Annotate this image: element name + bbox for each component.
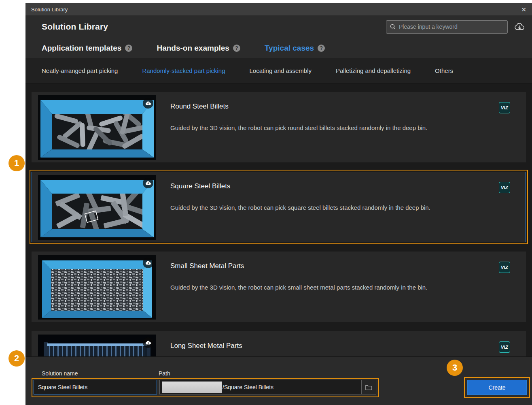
subtab-palletizing-and-depalletizing[interactable]: Palletizing and depalletizing (336, 67, 411, 74)
thumbnail-square-steel-billets (38, 175, 156, 240)
viz-badge: VIZ (499, 102, 510, 113)
path-redacted-segment (162, 382, 222, 393)
solution-name-input[interactable] (34, 380, 157, 394)
card-title: Square Steel Billets (170, 182, 519, 190)
browse-folder-icon[interactable] (361, 380, 376, 394)
search-box[interactable] (386, 20, 508, 34)
card-body: Square Steel Billets Guided by the 3D vi… (170, 175, 519, 239)
viz-badge: VIZ (499, 341, 510, 353)
cloud-download-icon[interactable] (514, 22, 525, 32)
download-cloud-icon (143, 178, 153, 188)
solution-name-label: Solution name (42, 370, 78, 377)
card-body: Small Sheet Metal Parts Guided by the 3D… (170, 255, 519, 319)
solution-library-dialog: Solution Library ✕ Solution Library (25, 3, 532, 405)
annotation-step-2: 2 (8, 350, 25, 367)
path-label: Path (159, 370, 170, 377)
help-icon[interactable]: ? (318, 45, 325, 52)
window-title: Solution Library (31, 6, 68, 13)
help-icon[interactable]: ? (125, 45, 132, 52)
card-title: Long Sheet Metal Parts (170, 342, 519, 350)
dialog-header: Solution Library (25, 15, 532, 38)
card-square-steel-billets[interactable]: Square Steel Billets Guided by the 3D vi… (32, 172, 526, 242)
subtab-neatly-arranged-part-picking[interactable]: Neatly-arranged part picking (42, 67, 118, 74)
path-value: /Square Steel Billets (223, 384, 273, 390)
card-description: Guided by the 3D vision, the robot can p… (170, 203, 519, 212)
card-long-sheet-metal-parts[interactable]: Long Sheet Metal Parts VIZ (32, 331, 526, 356)
tab-typical-cases[interactable]: Typical cases ? (265, 44, 325, 53)
download-cloud-icon (143, 98, 153, 109)
download-cloud-icon (143, 337, 153, 348)
help-icon[interactable]: ? (233, 45, 240, 52)
search-icon (390, 23, 396, 30)
card-small-sheet-metal-parts[interactable]: Small Sheet Metal Parts Guided by the 3D… (32, 252, 526, 322)
card-description: Guided by the 3D vision, the robot can p… (170, 124, 519, 132)
card-body: Round Steel Billets Guided by the 3D vis… (170, 95, 519, 159)
screenshot-stage: Solution Library ✕ Solution Library (0, 0, 532, 405)
search-input[interactable] (399, 23, 504, 30)
download-cloud-icon (143, 258, 153, 268)
tab-hands-on-examples[interactable]: Hands-on examples ? (157, 44, 240, 53)
annotation-step-3: 3 (447, 360, 463, 376)
card-round-steel-billets[interactable]: Round Steel Billets Guided by the 3D vis… (32, 92, 526, 162)
annotation-step-1: 1 (8, 155, 25, 171)
window-titlebar: Solution Library ✕ (25, 3, 532, 15)
card-body: Long Sheet Metal Parts (170, 335, 519, 356)
viz-badge: VIZ (499, 182, 510, 193)
thumbnail-small-sheet-metal-parts (38, 255, 156, 320)
tab-application-templates[interactable]: Application templates ? (42, 44, 132, 53)
subtab-others[interactable]: Others (435, 67, 453, 74)
subtab-randomly-stacked-part-picking[interactable]: Randomly-stacked part picking (142, 67, 225, 74)
subtab-locating-and-assembly[interactable]: Locating and assembly (250, 67, 312, 74)
card-title: Small Sheet Metal Parts (170, 262, 519, 270)
thumbnail-long-sheet-metal-parts (38, 335, 156, 356)
thumbnail-round-steel-billets (38, 95, 156, 160)
main-tabs: Application templates ? Hands-on example… (25, 38, 532, 58)
close-icon[interactable]: ✕ (521, 6, 526, 13)
card-description: Guided by the 3D vision, the robot can p… (170, 283, 519, 292)
category-tabs: Neatly-arranged part picking Randomly-st… (25, 58, 532, 84)
page-title: Solution Library (42, 22, 108, 32)
card-title: Round Steel Billets (170, 102, 519, 111)
viz-badge: VIZ (499, 262, 510, 273)
create-button[interactable]: Create (467, 380, 527, 395)
path-field[interactable]: /Square Steel Billets (159, 380, 376, 394)
solution-card-list: Round Steel Billets Guided by the 3D vis… (25, 84, 532, 356)
